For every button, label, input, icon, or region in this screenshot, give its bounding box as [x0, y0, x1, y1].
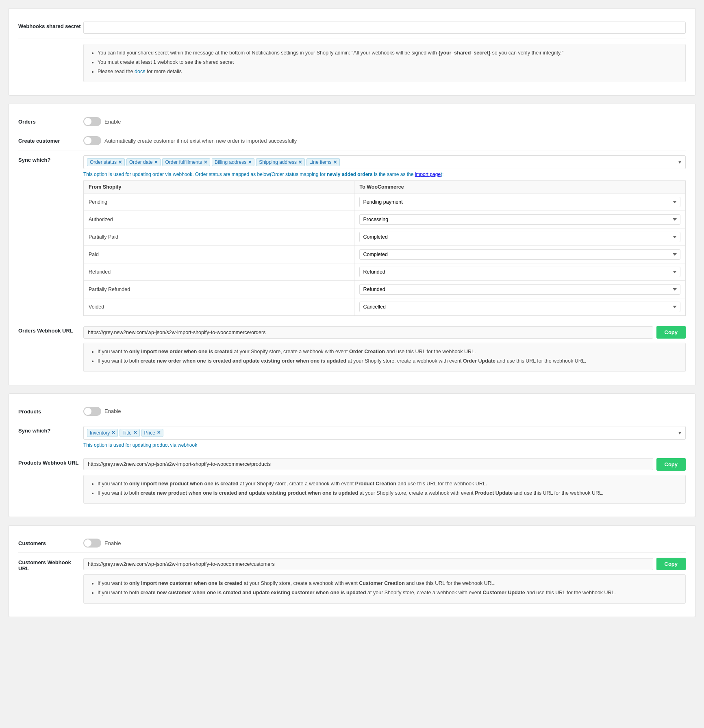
tag-order-status-remove[interactable]: ✕ — [118, 160, 122, 165]
webhooks-info-item-1: You can find your shared secret within t… — [98, 49, 679, 57]
webhooks-shared-secret-input[interactable] — [83, 22, 686, 34]
mapping-row-0: PendingPending paymentProcessingOn holdC… — [84, 193, 686, 211]
tag-line-items-remove[interactable]: ✕ — [333, 160, 337, 165]
products-info-list: If you want to only import new product w… — [90, 480, 679, 497]
mapping-select-1[interactable]: Pending paymentProcessingOn holdComplete… — [359, 214, 680, 225]
tags-dropdown-arrow[interactable]: ▼ — [678, 160, 682, 165]
create-customer-toggle-label: Automatically create customer if not exi… — [83, 136, 686, 145]
products-webhook-url-row: Products Webhook URL Copy If you want to… — [18, 453, 686, 509]
customers-info-item-2: If you want to both create new customer … — [98, 589, 679, 597]
customers-webhook-url-label: Customers Webhook URL — [18, 558, 83, 572]
tag-inventory[interactable]: Inventory ✕ — [87, 429, 118, 437]
orders-info-item-1: If you want to only import new order whe… — [98, 348, 679, 356]
mapping-select-3[interactable]: Pending paymentProcessingOn holdComplete… — [359, 249, 680, 260]
products-enable-row: Products Enable — [18, 402, 686, 421]
webhooks-info-row: You can find your shared secret within t… — [18, 39, 686, 87]
webhooks-info-box: You can find your shared secret within t… — [83, 44, 686, 82]
products-enable-toggle[interactable] — [83, 407, 101, 416]
mapping-to-cell-2: Pending paymentProcessingOn holdComplete… — [354, 228, 686, 246]
orders-enable-toggle[interactable] — [83, 117, 101, 126]
customers-info-item-1: If you want to only import new customer … — [98, 580, 679, 587]
orders-toggle-label: Enable — [83, 117, 686, 126]
orders-webhook-url-label: Orders Webhook URL — [18, 326, 83, 334]
products-info-box: If you want to only import new product w… — [83, 475, 686, 504]
orders-enable-text: Enable — [104, 119, 121, 125]
customers-toggle-label: Enable — [83, 539, 686, 548]
mapping-row-6: VoidedPending paymentProcessingOn holdCo… — [84, 298, 686, 316]
orders-url-row: Copy — [83, 326, 686, 339]
products-section: Products Enable Sync which? Inventory ✕ … — [8, 393, 696, 517]
mapping-row-5: Partially RefundedPending paymentProcess… — [84, 281, 686, 298]
tag-line-items[interactable]: Line items ✕ — [306, 158, 340, 166]
tag-inventory-remove[interactable]: ✕ — [111, 430, 115, 435]
products-sync-which-label: Sync which? — [18, 426, 83, 434]
docs-link[interactable]: docs — [135, 69, 145, 74]
products-enable-text: Enable — [104, 408, 121, 414]
create-customer-toggle[interactable] — [83, 136, 101, 145]
tag-order-fulfillments-remove[interactable]: ✕ — [204, 160, 207, 165]
customers-enable-row: Customers Enable — [18, 534, 686, 553]
webhooks-shared-secret-row: Webhooks shared secret — [18, 17, 686, 39]
mapping-from-1: Authorized — [84, 211, 354, 228]
customers-url-row: Copy — [83, 558, 686, 570]
mapping-to-header: To WooCommerce — [354, 181, 686, 193]
products-label: Products — [18, 407, 83, 415]
orders-info-list: If you want to only import new order whe… — [90, 348, 679, 365]
mapping-row-4: RefundedPending paymentProcessingOn hold… — [84, 263, 686, 281]
products-toggle-label: Enable — [83, 407, 686, 416]
customers-label: Customers — [18, 539, 83, 546]
mapping-select-6[interactable]: Pending paymentProcessingOn holdComplete… — [359, 302, 680, 312]
mapping-to-cell-4: Pending paymentProcessingOn holdComplete… — [354, 263, 686, 281]
orders-webhook-url-input[interactable] — [83, 326, 653, 339]
products-tags-dropdown-arrow[interactable]: ▼ — [678, 430, 682, 435]
webhooks-shared-secret-content — [83, 22, 686, 34]
tag-shipping-address-remove[interactable]: ✕ — [298, 160, 302, 165]
tag-order-date[interactable]: Order date ✕ — [126, 158, 161, 166]
orders-section: Orders Enable Create customer Automatica… — [8, 104, 696, 385]
products-info-item-1: If you want to only import new product w… — [98, 480, 679, 488]
customers-webhook-url-input[interactable] — [83, 558, 653, 570]
create-customer-row: Create customer Automatically create cus… — [18, 131, 686, 150]
orders-sync-tags-container[interactable]: Order status ✕ Order date ✕ Order fulfil… — [83, 155, 686, 169]
products-webhook-url-input[interactable] — [83, 458, 653, 470]
tag-price-remove[interactable]: ✕ — [157, 430, 161, 435]
tag-price[interactable]: Price ✕ — [141, 429, 163, 437]
tag-order-date-remove[interactable]: ✕ — [154, 160, 158, 165]
customers-webhook-url-row: Customers Webhook URL Copy If you want t… — [18, 553, 686, 608]
orders-copy-button[interactable]: Copy — [656, 326, 686, 339]
status-mapping-table: From Shopify To WooCommerce PendingPendi… — [83, 180, 686, 316]
mapping-row-2: Partially PaidPending paymentProcessingO… — [84, 228, 686, 246]
mapping-from-0: Pending — [84, 193, 354, 211]
mapping-from-5: Partially Refunded — [84, 281, 354, 298]
mapping-from-2: Partially Paid — [84, 228, 354, 246]
mapping-select-4[interactable]: Pending paymentProcessingOn holdComplete… — [359, 267, 680, 277]
customers-enable-toggle[interactable] — [83, 539, 101, 548]
products-sync-tags-container[interactable]: Inventory ✕ Title ✕ Price ✕ ▼ — [83, 426, 686, 440]
customers-enable-text: Enable — [104, 540, 121, 546]
mapping-to-cell-0: Pending paymentProcessingOn holdComplete… — [354, 193, 686, 211]
mapping-to-cell-1: Pending paymentProcessingOn holdComplete… — [354, 211, 686, 228]
tag-title[interactable]: Title ✕ — [120, 429, 139, 437]
webhooks-shared-secret-section: Webhooks shared secret You can find your… — [8, 8, 696, 96]
mapping-select-2[interactable]: Pending paymentProcessingOn holdComplete… — [359, 232, 680, 242]
products-webhook-url-label: Products Webhook URL — [18, 458, 83, 466]
orders-info-item-2: If you want to both create new order whe… — [98, 357, 679, 365]
webhooks-info-item-2: You must create at least 1 webhook to se… — [98, 59, 679, 66]
orders-webhook-url-row: Orders Webhook URL Copy If you want to o… — [18, 321, 686, 377]
tag-billing-address[interactable]: Billing address ✕ — [212, 158, 254, 166]
tag-shipping-address[interactable]: Shipping address ✕ — [256, 158, 305, 166]
mapping-to-cell-6: Pending paymentProcessingOn holdComplete… — [354, 298, 686, 316]
tag-order-status[interactable]: Order status ✕ — [87, 158, 125, 166]
mapping-to-cell-3: Pending paymentProcessingOn holdComplete… — [354, 246, 686, 263]
mapping-from-4: Refunded — [84, 263, 354, 281]
products-copy-button[interactable]: Copy — [656, 458, 686, 471]
customers-copy-button[interactable]: Copy — [656, 558, 686, 570]
create-customer-desc: Automatically create customer if not exi… — [104, 138, 297, 144]
tag-order-fulfillments[interactable]: Order fulfillments ✕ — [162, 158, 210, 166]
import-page-link[interactable]: import page — [415, 172, 441, 177]
mapping-select-0[interactable]: Pending paymentProcessingOn holdComplete… — [359, 197, 680, 207]
tag-billing-address-remove[interactable]: ✕ — [248, 160, 252, 165]
mapping-row-1: AuthorizedPending paymentProcessingOn ho… — [84, 211, 686, 228]
mapping-select-5[interactable]: Pending paymentProcessingOn holdComplete… — [359, 284, 680, 295]
tag-title-remove[interactable]: ✕ — [133, 430, 137, 435]
